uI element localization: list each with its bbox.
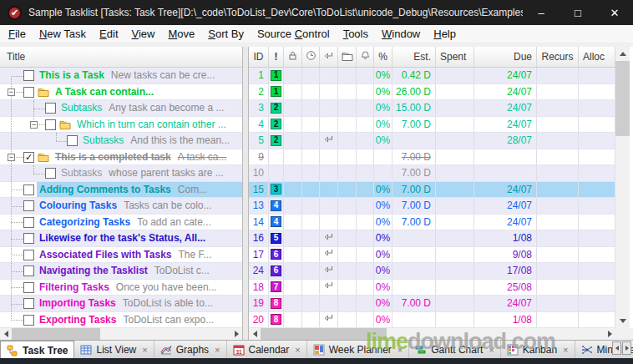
task-row[interactable]: This is a TaskNew tasks can be cre... [0,68,242,84]
tab-close-icon[interactable]: × [398,346,403,355]
task-checkbox[interactable] [23,282,34,293]
menu-edit[interactable]: Edit [93,25,124,43]
task-attributes-row[interactable]: 210%26.00 D24/07 [249,84,615,101]
tab-graphs[interactable]: Graphs× [154,341,227,358]
tab-scroll-right-button[interactable] [622,341,631,355]
column-header-reminder[interactable] [357,47,374,67]
task-checkbox[interactable] [23,315,34,326]
task-row[interactable]: Importing TasksToDoList is able to... [0,296,242,312]
menu-sort-by[interactable]: Sort By [201,25,251,43]
column-header-time[interactable] [302,47,320,67]
scroll-right-button[interactable] [604,328,615,340]
task-row[interactable]: Associated Files with TasksThe F... [0,247,242,264]
scrollbar-splitter[interactable] [242,328,249,340]
task-checkbox[interactable] [23,233,34,244]
task-checkbox[interactable] [23,217,34,228]
vertical-scrollbar[interactable] [615,47,630,328]
column-header-est[interactable]: Est. [392,47,436,67]
task-checkbox[interactable] [45,119,56,130]
column-header-priority[interactable]: ! [269,47,284,67]
task-attributes-row[interactable]: 320%15.00 D24/07 [249,100,615,117]
task-row[interactable]: SubtasksAnd this is the mean... [0,133,242,149]
task-checkbox[interactable] [23,200,34,211]
column-header-title[interactable]: Title [0,47,242,68]
tab-task-tree[interactable]: Task Tree [0,341,74,358]
column-header-due[interactable]: Due [474,47,537,67]
task-checkbox[interactable]: ✓ [23,152,34,163]
task-checkbox[interactable] [23,70,34,81]
task-attributes-row[interactable]: 1870%25/08 [249,280,615,296]
tab-list-view[interactable]: List View× [74,341,154,358]
task-attributes-row[interactable]: 520%28/07 [249,133,615,149]
tab-close-icon[interactable]: × [295,346,300,355]
task-checkbox[interactable] [23,265,34,276]
menu-tools[interactable]: Tools [337,25,375,43]
task-checkbox[interactable] [23,250,34,260]
column-header-recurs[interactable]: Recurs [537,47,579,67]
task-attributes-row[interactable]: 1760%9/08 [249,247,615,264]
pane-splitter[interactable] [242,47,249,328]
task-attributes-row[interactable]: 1650%1/08 [249,230,615,247]
task-attributes-row[interactable]: 110%0.42 D24/07 [249,68,615,84]
task-attributes-row[interactable]: 97.00 D [249,149,615,166]
grid-hscroll-thumb[interactable] [261,328,387,340]
tree-hscroll-thumb[interactable] [12,328,100,340]
menu-file[interactable]: File [2,25,33,43]
expander-toggle[interactable]: − [8,88,15,96]
close-button[interactable]: ✕ [596,0,633,25]
task-attributes-row[interactable]: 1440%7.00 D24/07 [249,215,615,231]
expander-toggle[interactable]: − [30,121,38,129]
task-checkbox[interactable] [23,185,34,195]
task-row[interactable]: −Which in turn can contain other ... [0,117,242,134]
menu-view[interactable]: View [125,25,162,43]
tab-close-icon[interactable]: × [142,346,147,355]
task-row[interactable]: Navigating the TasklistToDoList c... [0,263,242,280]
menu-move[interactable]: Move [161,25,201,43]
task-attributes-row[interactable]: 420%7.00 D24/07 [249,117,615,134]
task-attributes-row[interactable]: 1980%7.00 D24/07 [249,296,615,312]
scroll-left-button[interactable] [0,328,12,340]
task-row[interactable]: Exporting TasksToDoList can expo... [0,312,242,329]
task-row[interactable]: Subtaskswhose parent tasks are ... [0,165,242,182]
task-row[interactable]: SubtasksAny task can become a ... [0,100,242,117]
task-attributes-row[interactable]: 107.00 D [249,165,615,182]
scroll-up-button[interactable] [615,47,630,61]
task-row[interactable]: Filtering TasksOnce you have been... [0,280,242,296]
column-header-fileref[interactable] [338,47,357,67]
scroll-down-button[interactable] [615,314,630,328]
column-header-lock[interactable] [284,47,302,67]
task-attributes-row[interactable]: 1530%7.00 D24/07 [249,182,615,199]
task-checkbox[interactable] [23,87,34,98]
task-row[interactable]: Adding Comments to TasksCom... [0,182,242,199]
scroll-right-button[interactable] [230,328,242,340]
menu-source-control[interactable]: Source Control [251,25,337,43]
column-header-alloc[interactable]: Alloc [579,47,615,67]
tab-scroll-left-button[interactable] [612,341,621,355]
tab-close-icon[interactable]: × [563,346,568,355]
column-header-spent[interactable]: Spent [436,47,474,67]
tab-calendar[interactable]: 31Calendar× [227,341,307,358]
column-header-percent[interactable]: % [374,47,392,67]
task-row[interactable]: Likewise for the task's Status, All... [0,230,242,247]
task-attributes-row[interactable]: 1340%7.00 D24/07 [249,198,615,215]
minimize-button[interactable]: – [523,0,560,25]
task-checkbox[interactable] [23,298,34,309]
tab-gantt-chart[interactable]: Gantt Chart× [409,341,500,358]
task-checkbox[interactable] [45,168,56,179]
menu-new-task[interactable]: New Task [33,25,93,43]
tab-close-icon[interactable]: × [489,346,494,355]
menu-window[interactable]: Window [375,25,427,43]
grid-horizontal-scrollbar[interactable] [249,328,615,340]
menu-help[interactable]: Help [427,25,463,43]
scroll-left-button[interactable] [249,328,261,340]
tab-close-icon[interactable]: × [215,346,220,355]
task-attributes-row[interactable]: 2080%1/08 [249,312,615,329]
task-checkbox[interactable] [67,135,78,146]
task-row[interactable]: Categorizing TasksTo add an cate... [0,215,242,231]
tab-week-planner[interactable]: Week Planner× [307,341,410,358]
column-header-id[interactable]: ID [249,47,269,67]
column-header-recurrence[interactable] [320,47,338,67]
vertical-scrollbar-thumb[interactable] [615,61,630,136]
task-row[interactable]: −✓This is a completed taskA task ca... [0,149,242,166]
task-row[interactable]: Colouring TasksTasks can be colo... [0,198,242,215]
